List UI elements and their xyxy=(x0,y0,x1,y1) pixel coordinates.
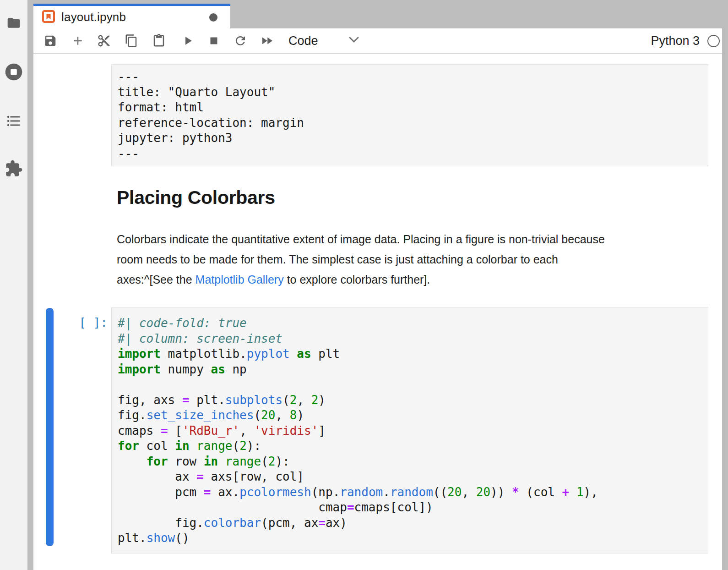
cell-type-value: Code xyxy=(288,34,318,48)
code-cell[interactable]: #| code-fold: true#| column: screen-inse… xyxy=(111,307,708,554)
code-line: #| column: screen-inset xyxy=(118,331,702,347)
cell-input-prompt: [ ]: xyxy=(61,315,108,331)
jupyterlab-window: layout.ipynb xyxy=(0,0,728,570)
code-cell-source: #| code-fold: true#| column: screen-inse… xyxy=(118,316,702,546)
folder-icon[interactable] xyxy=(0,16,27,30)
code-line: fig.colorbar(pcm, ax=ax) xyxy=(118,515,702,531)
kernel-name[interactable]: Python 3 xyxy=(651,34,700,48)
tab-layout-ipynb[interactable]: layout.ipynb xyxy=(33,4,230,28)
activity-rail xyxy=(0,0,27,570)
table-of-contents-icon[interactable] xyxy=(0,113,27,129)
markdown-paragraph: Colorbars indicate the quantitative exte… xyxy=(117,229,703,290)
paragraph-line: axes:^[See the Matplotlib Gallery to exp… xyxy=(117,269,703,290)
code-line: plt.show() xyxy=(118,531,702,546)
paragraph-text: axes:^[See the xyxy=(117,273,196,286)
active-cell-collapser[interactable] xyxy=(46,308,54,546)
code-line xyxy=(118,377,702,393)
code-line: #| code-fold: true xyxy=(118,316,702,331)
tab-title: layout.ipynb xyxy=(61,10,126,24)
code-line: cmaps = ['RdBu_r', 'viridis'] xyxy=(118,423,702,439)
paragraph-text: to explore colorbars further]. xyxy=(284,273,430,286)
restart-kernel-button[interactable] xyxy=(234,34,247,48)
raw-cell-source: --- title: "Quarto Layout" format: html … xyxy=(118,69,702,161)
main-dock-panel: layout.ipynb xyxy=(33,0,722,570)
code-line: import numpy as np xyxy=(118,362,702,378)
matplotlib-gallery-link[interactable]: Matplotlib Gallery xyxy=(196,273,284,286)
paragraph-line: Colorbars indicate the quantitative exte… xyxy=(117,229,703,249)
markdown-heading: Placing Colorbars xyxy=(117,185,275,210)
paragraph-line: room needs to be made for them. The simp… xyxy=(117,249,703,269)
cell-type-dropdown[interactable]: Code xyxy=(288,34,359,48)
code-line: fig, axs = plt.subplots(2, 2) xyxy=(118,393,702,408)
running-sessions-icon[interactable] xyxy=(0,62,27,82)
save-button[interactable] xyxy=(43,34,57,48)
kernel-indicator: Python 3 xyxy=(651,34,722,48)
copy-button[interactable] xyxy=(125,34,138,48)
kernel-status-icon xyxy=(707,35,720,47)
code-line: import matplotlib.pyplot as plt xyxy=(118,346,702,362)
paste-button[interactable] xyxy=(152,34,166,48)
code-line: for row in range(2): xyxy=(118,454,702,470)
stop-button[interactable] xyxy=(207,34,221,48)
markdown-cell[interactable]: Placing Colorbars Colorbars indicate the… xyxy=(111,174,708,302)
code-line: cmap=cmaps[col]) xyxy=(118,500,702,515)
left-panel-divider[interactable] xyxy=(27,0,33,570)
cut-button[interactable] xyxy=(97,34,111,48)
run-button[interactable] xyxy=(181,34,195,48)
tab-dirty-indicator[interactable] xyxy=(209,13,217,22)
code-line: for col in range(2): xyxy=(118,438,702,454)
extensions-icon[interactable] xyxy=(0,159,27,178)
tab-bar: layout.ipynb xyxy=(33,0,728,28)
notebook-panel: --- title: "Quarto Layout" format: html … xyxy=(33,54,722,570)
raw-cell[interactable]: --- title: "Quarto Layout" format: html … xyxy=(111,64,708,166)
notebook-toolbar: Code Python 3 xyxy=(33,28,722,54)
insert-cell-button[interactable] xyxy=(71,34,85,48)
run-all-button[interactable] xyxy=(260,34,274,48)
right-panel-divider[interactable] xyxy=(722,0,728,570)
code-line: ax = axs[row, col] xyxy=(118,469,702,485)
code-line: fig.set_size_inches(20, 8) xyxy=(118,408,702,423)
chevron-down-icon xyxy=(348,36,359,45)
code-line: pcm = ax.pcolormesh(np.random.random((20… xyxy=(118,485,702,500)
notebook-icon xyxy=(42,10,55,25)
